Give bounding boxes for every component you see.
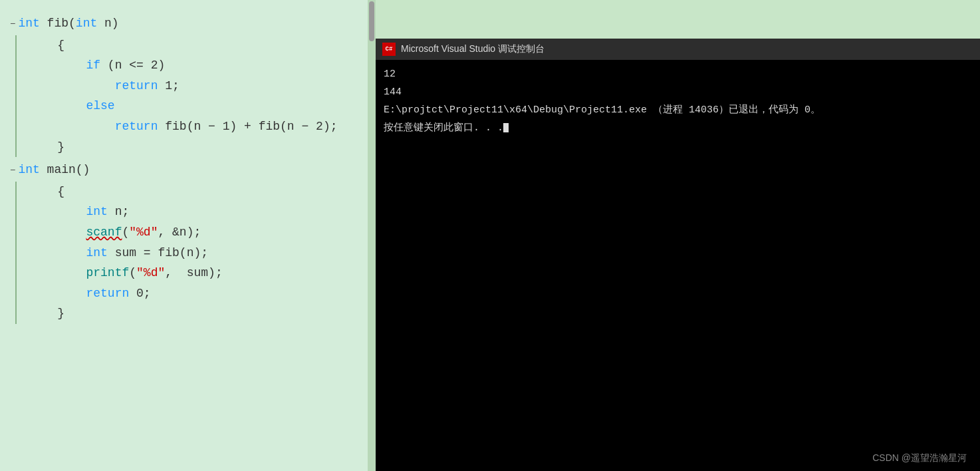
console-body: 12 144 E:\projtct\Project11\x64\Debug\Pr…: [376, 60, 980, 471]
main-block: { int n; scanf("%d", &n); int sum = fib(…: [10, 182, 369, 324]
scanf-func: scanf: [86, 222, 122, 243]
main-body: { int n; scanf("%d", &n); int sum = fib(…: [29, 182, 369, 324]
kw-int-fib: int: [18, 13, 39, 34]
code-line-1: −int fib(int n): [10, 13, 369, 34]
code-line-3: if (n <= 2): [29, 55, 369, 76]
code-line-13: printf("%d", sum);: [29, 263, 369, 283]
kw-int-main: int: [18, 160, 39, 180]
watermark: CSDN @遥望浩瀚星河: [872, 452, 967, 464]
code-line-4: return 1;: [29, 76, 369, 96]
code-line-11: scanf("%d", &n);: [29, 222, 369, 243]
scrollbar[interactable]: [368, 0, 376, 471]
scrollbar-thumb[interactable]: [369, 1, 374, 41]
code-line-5: else: [29, 96, 369, 116]
code-line-15: }: [29, 303, 369, 324]
code-line-8: −int main(): [10, 160, 369, 180]
fib-block: { if (n <= 2) return 1; else: [10, 35, 369, 158]
console-window: C# Microsoft Visual Studio 调试控制台 12 144 …: [376, 39, 980, 471]
code-line-2: {: [29, 35, 369, 56]
printf-func: printf: [86, 263, 129, 283]
cursor-blink: [503, 123, 509, 132]
console-titlebar: C# Microsoft Visual Studio 调试控制台: [376, 39, 980, 60]
fib-body: { if (n <= 2) return 1; else: [29, 35, 369, 158]
code-line-7: }: [29, 137, 369, 158]
code-line-9: {: [29, 182, 369, 202]
code-line-14: return 0;: [29, 283, 369, 304]
code-panel: −int fib(int n) { if (n <= 2) return 1;: [0, 0, 376, 471]
console-output-1: 12: [384, 65, 972, 83]
code-line-10: int n;: [29, 202, 369, 222]
console-title: Microsoft Visual Studio 调试控制台: [401, 43, 545, 55]
console-app-icon: C#: [382, 43, 396, 56]
collapse-btn-fib[interactable]: −: [10, 17, 15, 33]
collapse-btn-main[interactable]: −: [10, 163, 15, 179]
code-line-6: return fib(n − 1) + fib(n − 2);: [29, 116, 369, 137]
main-vline: [15, 182, 29, 324]
code-line-12: int sum = fib(n);: [29, 243, 369, 263]
console-output-3: E:\projtct\Project11\x64\Debug\Project11…: [384, 101, 972, 119]
code-content: −int fib(int n) { if (n <= 2) return 1;: [0, 13, 369, 324]
fib-vline: [15, 35, 29, 158]
console-output-2: 144: [384, 83, 972, 101]
console-output-4: 按任意键关闭此窗口. . .: [384, 119, 972, 137]
